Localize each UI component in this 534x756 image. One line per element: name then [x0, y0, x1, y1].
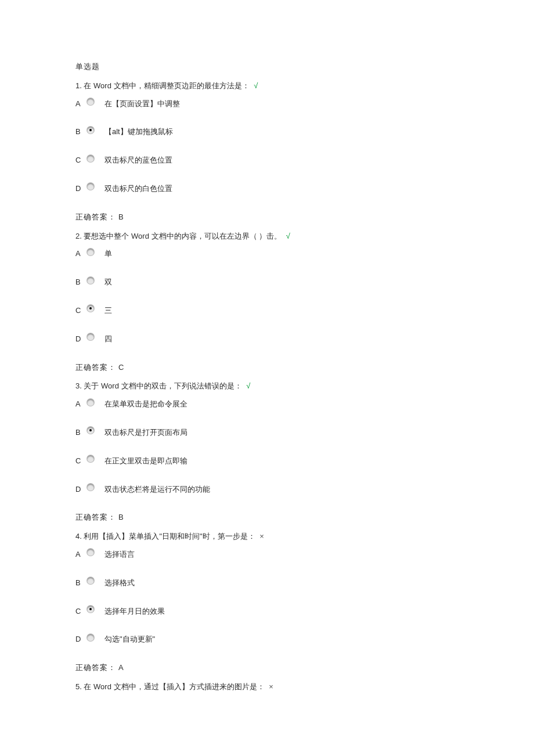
option-text: 双击状态栏将是运行不同的功能 [104, 484, 459, 496]
option-text: 单 [104, 248, 459, 260]
question-number: 2 [75, 232, 80, 240]
option-radio[interactable] [87, 305, 94, 312]
question-text: 在 Word 文档中，通过【插入】方式插进来的图片是： [84, 682, 264, 691]
option-row: B选择格式 [75, 577, 459, 589]
question-number: 3 [75, 381, 80, 390]
answer-label: 正确答案： [75, 513, 116, 521]
option-radio[interactable] [87, 577, 94, 584]
option-letter: D [75, 484, 84, 496]
question-number: 1 [75, 81, 80, 90]
answer-label: 正确答案： [75, 663, 116, 672]
answer-label: 正确答案： [75, 363, 116, 372]
option-letter: A [75, 549, 84, 561]
option-row: D勾选"自动更新" [75, 633, 459, 646]
option-radio[interactable] [87, 399, 94, 406]
option-radio[interactable] [87, 427, 94, 434]
option-row: C双击标尺的蓝色位置 [75, 154, 459, 167]
answer-value: A [118, 663, 124, 672]
correct-answer-line: 正确答案：B [75, 512, 459, 524]
option-radio[interactable] [87, 155, 94, 162]
option-row: B双 [75, 276, 459, 289]
question-stem: 5. 在 Word 文档中，通过【插入】方式插进来的图片是： × [75, 681, 459, 693]
option-radio[interactable] [87, 277, 94, 284]
option-radio[interactable] [87, 549, 94, 556]
option-row: D四 [75, 333, 459, 345]
option-text: 选择格式 [104, 577, 459, 589]
correct-answer-line: 正确答案：C [75, 362, 459, 374]
option-radio[interactable] [87, 98, 94, 105]
question: 4. 利用【插入】菜单插入"日期和时间"时，第一步是： ×A选择语言B选择格式C… [75, 531, 459, 674]
option-letter: B [75, 276, 84, 289]
option-letter: C [75, 606, 84, 618]
question-stem: 2. 要想选中整个 Word 文档中的内容，可以在左边界（ ）击。 √ [75, 231, 459, 243]
check-icon: √ [254, 81, 258, 90]
option-row: C在正文里双击是即点即输 [75, 455, 459, 467]
answer-value: B [118, 213, 124, 221]
option-text: 三 [104, 305, 459, 317]
option-radio[interactable] [87, 183, 94, 190]
answer-value: C [118, 363, 124, 372]
option-letter: B [75, 427, 84, 439]
option-text: 选择语言 [104, 549, 459, 561]
question: 1. 在 Word 文档中，精细调整页边距的最佳方法是： √A在【页面设置】中调… [75, 80, 459, 224]
question-text: 利用【插入】菜单插入"日期和时间"时，第一步是： [84, 532, 255, 541]
option-letter: B [75, 577, 84, 589]
option-letter: A [75, 398, 84, 411]
correct-answer-line: 正确答案：B [75, 211, 459, 224]
option-text: 在菜单双击是把命令展全 [104, 398, 459, 411]
question-number: 5 [75, 682, 80, 691]
cross-icon: × [269, 682, 273, 691]
option-letter: D [75, 633, 84, 646]
option-text: 勾选"自动更新" [104, 633, 459, 646]
question-text: 要想选中整个 Word 文档中的内容，可以在左边界（ ）击。 [84, 232, 282, 240]
option-radio[interactable] [87, 606, 94, 613]
option-row: B【alt】键加拖拽鼠标 [75, 126, 459, 138]
question-text: 关于 Word 文档中的双击，下列说法错误的是： [84, 381, 241, 390]
option-letter: A [75, 248, 84, 260]
option-letter: B [75, 126, 84, 138]
check-icon: √ [286, 232, 290, 240]
option-row: B双击标尺是打开页面布局 [75, 427, 459, 439]
option-text: 四 [104, 333, 459, 345]
option-row: A在【页面设置】中调整 [75, 98, 459, 110]
option-text: 双击标尺的白色位置 [104, 183, 459, 195]
option-radio[interactable] [87, 127, 94, 134]
option-row: A选择语言 [75, 549, 459, 561]
question: 3. 关于 Word 文档中的双击，下列说法错误的是： √A在菜单双击是把命令展… [75, 380, 459, 524]
option-letter: A [75, 98, 84, 110]
question-number: 4 [75, 532, 80, 541]
question-text: 在 Word 文档中，精细调整页边距的最佳方法是： [84, 81, 249, 90]
option-letter: D [75, 333, 84, 345]
option-radio[interactable] [87, 634, 94, 641]
question-stem: 3. 关于 Word 文档中的双击，下列说法错误的是： √ [75, 380, 459, 393]
option-letter: C [75, 455, 84, 467]
question: 2. 要想选中整个 Word 文档中的内容，可以在左边界（ ）击。 √A单B双C… [75, 231, 459, 374]
option-radio[interactable] [87, 455, 94, 462]
answer-label: 正确答案： [75, 213, 116, 221]
option-letter: D [75, 183, 84, 195]
question-stem: 1. 在 Word 文档中，精细调整页边距的最佳方法是： √ [75, 80, 459, 92]
option-text: 在正文里双击是即点即输 [104, 455, 459, 467]
option-letter: C [75, 305, 84, 317]
option-text: 选择年月日的效果 [104, 606, 459, 618]
correct-answer-line: 正确答案：A [75, 662, 459, 674]
option-row: A在菜单双击是把命令展全 [75, 398, 459, 411]
option-row: C选择年月日的效果 [75, 606, 459, 618]
option-radio[interactable] [87, 484, 94, 491]
option-radio[interactable] [87, 333, 94, 340]
option-text: 双击标尺是打开页面布局 [104, 427, 459, 439]
option-text: 【alt】键加拖拽鼠标 [104, 126, 459, 138]
section-title: 单选题 [75, 61, 459, 73]
option-row: C三 [75, 305, 459, 317]
check-icon: √ [246, 381, 250, 390]
option-radio[interactable] [87, 249, 94, 255]
answer-value: B [118, 513, 124, 521]
option-row: A单 [75, 248, 459, 260]
cross-icon: × [259, 532, 264, 541]
question-stem: 4. 利用【插入】菜单插入"日期和时间"时，第一步是： × [75, 531, 459, 543]
option-text: 双击标尺的蓝色位置 [104, 154, 459, 167]
option-row: D双击状态栏将是运行不同的功能 [75, 484, 459, 496]
option-text: 在【页面设置】中调整 [104, 98, 459, 110]
option-row: D双击标尺的白色位置 [75, 183, 459, 195]
question: 5. 在 Word 文档中，通过【插入】方式插进来的图片是： × [75, 681, 459, 693]
